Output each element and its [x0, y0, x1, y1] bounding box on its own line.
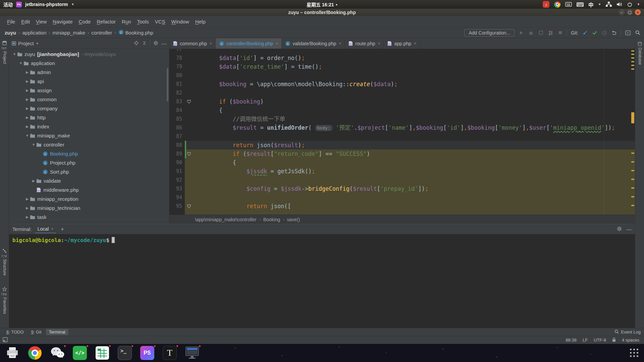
tree-item-task[interactable]: ▶task	[9, 213, 169, 222]
hide-panel-icon[interactable]: —	[161, 41, 166, 46]
run-icon[interactable]	[518, 30, 524, 36]
project-view-chevron-icon[interactable]: ▼	[36, 42, 39, 45]
run-anything-icon[interactable]	[625, 30, 631, 36]
tree-item-controller[interactable]: ▼controller	[9, 140, 169, 149]
menu-tools[interactable]: Tools	[134, 17, 152, 26]
chrome-tray-icon[interactable]	[554, 1, 560, 8]
tree-down-arrow-icon[interactable]: ▼	[12, 52, 17, 56]
tool-button-database[interactable]: Database	[635, 42, 644, 65]
tree-item-miniapp_reception[interactable]: ▶miniapp_reception	[9, 194, 169, 203]
code-line-84[interactable]: 84 {	[169, 106, 635, 115]
history-icon[interactable]	[601, 30, 607, 36]
tree-item-zuyu[interactable]: ▼zuyu[jianhongbaojian]~/mycode/zuyu	[9, 50, 169, 59]
volume-icon[interactable]	[616, 1, 623, 8]
event-log-button[interactable]: Event Log	[621, 329, 641, 335]
tree-right-arrow-icon[interactable]: ▶	[24, 98, 30, 101]
tool-button-todo[interactable]: 6: TODO	[3, 329, 27, 335]
locate-file-icon[interactable]	[134, 41, 139, 47]
close-icon[interactable]: ×	[51, 227, 53, 231]
search-everywhere-icon[interactable]	[635, 30, 641, 36]
code-line-83[interactable]: 83 if ($booking)	[169, 97, 635, 106]
tree-right-arrow-icon[interactable]: ▶	[24, 125, 30, 128]
tree-down-arrow-icon[interactable]: ▼	[18, 61, 23, 65]
hide-terminal-icon[interactable]: —	[627, 226, 632, 232]
menu-refactor[interactable]: Refactor	[94, 17, 119, 26]
tree-item-company[interactable]: ▶company	[9, 104, 169, 113]
code-line-81[interactable]: 81 $booking = \app\common\model\Booking:…	[169, 80, 635, 88]
tree-right-arrow-icon[interactable]: ▶	[24, 116, 30, 119]
editor-crumb-0[interactable]: \app\miniapp_make\controller	[195, 217, 257, 222]
show-applications-button[interactable]	[630, 349, 639, 357]
code-line-92[interactable]: 92	[169, 176, 635, 184]
power-icon[interactable]	[627, 1, 632, 8]
collapse-all-icon[interactable]	[142, 41, 147, 47]
tool-button-project[interactable]: 1: Project	[0, 41, 9, 64]
stripe-mark[interactable]	[631, 187, 634, 189]
window-title-bar[interactable]: zuyu – controller/Booking.php − ▢ ×	[0, 9, 644, 16]
menu-code[interactable]: Code	[76, 17, 94, 26]
code-line-86[interactable]: 86 $result = unifiedOrder( body: '预定'.$p…	[169, 123, 635, 132]
code-line-87[interactable]: 87	[169, 132, 635, 141]
tree-right-arrow-icon[interactable]: ▶	[24, 215, 30, 219]
debug-icon[interactable]	[528, 30, 534, 36]
code-line-94[interactable]: 94	[169, 193, 635, 202]
breadcrumb-miniapp_make[interactable]: miniapp_make	[53, 30, 86, 36]
new-terminal-button[interactable]: +	[59, 226, 65, 232]
add-configuration-button[interactable]: Add Configuration...	[464, 29, 515, 37]
spreadsheet-app-icon[interactable]	[95, 346, 110, 360]
close-icon[interactable]: ×	[276, 41, 278, 46]
code-editor-app-icon[interactable]: </>	[72, 346, 87, 360]
error-stripe-scrollbar[interactable]	[630, 49, 635, 215]
tree-item-http[interactable]: ▶http	[9, 113, 169, 122]
tree-item-miniapp_technician[interactable]: ▶miniapp_technician	[9, 203, 169, 213]
tab-app.php[interactable]: PHPapp.php×	[384, 38, 420, 49]
tab-route.php[interactable]: PHProute.php×	[345, 38, 384, 49]
tree-item-validate[interactable]: ▶validate	[9, 176, 169, 185]
tree-item-miniapp_make[interactable]: ▼miniapp_make	[9, 131, 169, 140]
tree-item-Project.php[interactable]: CProject.php	[9, 158, 169, 167]
tree-item-Sort.php[interactable]: CSort.php	[9, 167, 169, 176]
terminal-app-icon[interactable]: >_	[117, 346, 132, 360]
maximize-button[interactable]: ▢	[627, 9, 633, 15]
menu-edit[interactable]: Edit	[18, 17, 33, 26]
project-panel-header[interactable]: Project ▼ —	[9, 38, 169, 49]
menu-navigate[interactable]: Navigate	[50, 17, 75, 26]
close-icon[interactable]: ×	[210, 41, 212, 46]
toolwindow-toggle-icon[interactable]	[3, 337, 8, 343]
code-line-80[interactable]: 80	[169, 71, 635, 80]
tree-right-arrow-icon[interactable]: ▶	[24, 197, 30, 201]
code-line-89[interactable]: 89 if ($result["return_code"] == "SUCCES…	[169, 149, 635, 158]
code-line-82[interactable]: 82	[169, 88, 635, 97]
lock-icon[interactable]	[612, 338, 616, 343]
menu-file[interactable]: File	[4, 17, 18, 26]
breadcrumb-zuyu[interactable]: zuyu	[5, 30, 16, 36]
close-button[interactable]: ×	[635, 9, 641, 15]
code-line-93[interactable]: 93 $config = $jssdk->bridgeConfig($resul…	[169, 184, 635, 193]
indent-setting[interactable]: 4 spaces	[622, 338, 639, 343]
chrome-app-icon[interactable]	[28, 346, 42, 360]
fold-marker-icon[interactable]	[186, 202, 192, 210]
menu-run[interactable]: Run	[119, 17, 134, 26]
network-icon[interactable]	[606, 1, 612, 8]
remote-desktop-app-icon[interactable]	[185, 346, 200, 360]
tool-button-favorites[interactable]: 2: Favorites	[0, 287, 9, 314]
terminal-output[interactable]: bigcola@bigcola:~/mycode/zuyu$	[9, 234, 635, 328]
tree-item-api[interactable]: ▶api	[9, 77, 169, 86]
tree-right-arrow-icon[interactable]: ▶	[24, 107, 30, 110]
git-commit-icon[interactable]	[592, 30, 598, 36]
menu-vcs[interactable]: VCS	[152, 17, 168, 26]
terminal-settings-gear-icon[interactable]	[617, 226, 622, 232]
typora-app-icon[interactable]: T	[162, 346, 177, 360]
breadcrumb-Booking.php[interactable]: CBooking.php	[118, 29, 153, 36]
code-line-95[interactable]: 95 return json([	[169, 202, 635, 210]
code-line-77[interactable]: 77	[169, 49, 635, 54]
system-menu-chevron-icon[interactable]: ▼	[637, 3, 640, 6]
fold-marker-icon[interactable]	[186, 97, 192, 106]
rollback-icon[interactable]	[611, 30, 617, 36]
project-tree-scrollbar[interactable]	[167, 68, 168, 102]
editor-crumb-2[interactable]: save()	[287, 217, 300, 222]
code-line-88[interactable]: 88 return json($result);	[169, 141, 635, 149]
code-line-85[interactable]: 85 //调用微信统一下单	[169, 115, 635, 123]
phpstorm-app-icon[interactable]: PS	[140, 346, 155, 360]
fold-marker-icon[interactable]	[186, 149, 192, 158]
